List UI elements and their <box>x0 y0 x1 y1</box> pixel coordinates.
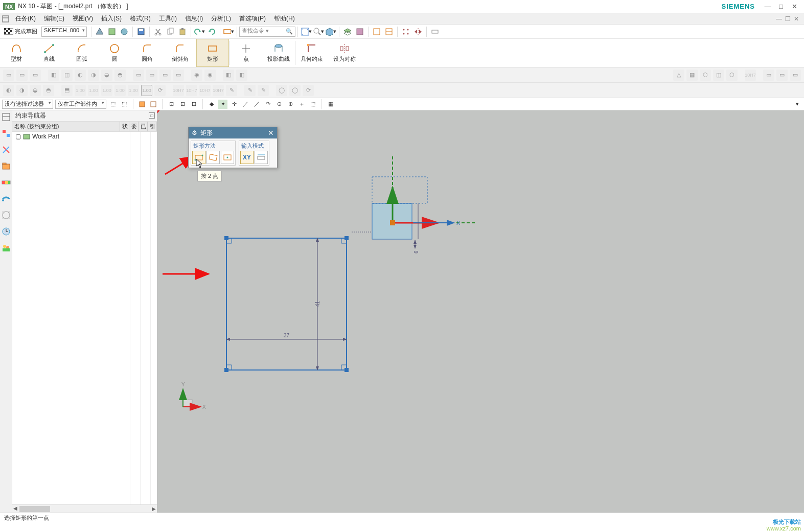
clip-button[interactable] <box>354 26 365 37</box>
svg-text:6: 6 <box>414 250 419 253</box>
ribbon-make-symmetric[interactable]: 设为对称 <box>328 39 361 67</box>
graphics-canvas[interactable]: ⚙ 矩形 ✕ 矩形方法 输入模式 XY <box>157 110 804 513</box>
undo-button[interactable]: ▾ <box>194 26 205 37</box>
svg-rect-99 <box>372 177 427 203</box>
menu-analyze[interactable]: 分析(L) <box>207 14 235 23</box>
menu-prefs[interactable]: 首选项(P) <box>235 14 270 23</box>
fit-view-button[interactable]: ▾ <box>301 26 312 37</box>
reattach-button[interactable] <box>106 26 118 37</box>
roles-icon[interactable] <box>2 243 11 252</box>
time-icon[interactable] <box>2 227 11 236</box>
snap-point-5[interactable]: ／ <box>252 100 261 109</box>
window-minimize-button[interactable]: — <box>761 2 774 11</box>
ribbon-line[interactable]: 直线 <box>33 39 65 67</box>
col-req[interactable]: 要 <box>129 122 139 131</box>
navigator-scrollbar[interactable]: ◀ ▶ <box>12 504 157 513</box>
internet-icon[interactable] <box>2 194 11 203</box>
snap-point-2[interactable]: ✦ <box>218 100 227 109</box>
menu-info[interactable]: 信息(I) <box>181 14 207 23</box>
col-name[interactable]: 名称 (按约束分组) <box>12 122 120 131</box>
sketch-name-dropdown[interactable]: SKETCH_000 <box>41 27 87 37</box>
grid-button[interactable]: ▦ <box>326 100 335 109</box>
reuse-library-icon[interactable] <box>2 161 11 171</box>
menu-insert[interactable]: 插入(S) <box>97 14 126 23</box>
update-model-button[interactable] <box>119 26 130 37</box>
filter-btn-2[interactable]: ⬚ <box>120 100 129 109</box>
zoom-button[interactable]: ▾ <box>313 26 324 37</box>
options-dropdown[interactable]: ▾ <box>793 100 802 109</box>
save-button[interactable] <box>135 26 147 37</box>
snap-point-9[interactable]: ＋ <box>297 100 306 109</box>
svg-rect-53 <box>307 44 309 46</box>
cut-button[interactable] <box>152 26 164 37</box>
layer-button[interactable] <box>342 26 353 37</box>
edit-section-button[interactable] <box>371 26 382 37</box>
menu-help[interactable]: 帮助(H) <box>270 14 299 23</box>
mdi-restore-button[interactable]: ❐ <box>785 15 794 22</box>
navigator-toggle-icon[interactable] <box>2 15 9 22</box>
ribbon-geometric-constraint[interactable]: 几何约束 <box>295 39 328 67</box>
svg-text:41: 41 <box>315 300 320 307</box>
command-search-input[interactable]: 查找命令 🔍▾ <box>239 27 295 37</box>
snap-btn-1[interactable] <box>137 100 147 109</box>
selection-filter-dropdown[interactable]: 没有选择过滤器 <box>2 100 53 109</box>
ribbon-arc[interactable]: 圆弧 <box>65 39 98 67</box>
svg-text:X: X <box>456 220 461 226</box>
ribbon-point[interactable]: 点 <box>229 39 262 67</box>
constraint-navigator-icon[interactable] <box>2 145 11 154</box>
ribbon-profile[interactable]: 型材 <box>0 39 33 67</box>
snap-btn-2[interactable] <box>149 100 158 109</box>
redo-button[interactable] <box>206 26 217 37</box>
window-maximize-button[interactable]: □ <box>774 2 788 11</box>
navigator-header: 名称 (按约束分组) 状 要 已 引 <box>12 122 157 132</box>
snap-point-4[interactable]: ／ <box>241 100 250 109</box>
finish-sketch-button[interactable]: 完成草图 <box>2 28 39 35</box>
status-bar: 选择矩形的第一点 极光下载站 www.xz7.com <box>0 513 804 523</box>
paste-button[interactable] <box>177 26 188 37</box>
sketch-rectangle[interactable] <box>226 238 347 370</box>
ribbon-fillet[interactable]: 圆角 <box>131 39 164 67</box>
snap-point-3[interactable]: ✛ <box>229 100 239 109</box>
col-done[interactable]: 已 <box>139 122 148 131</box>
mirror-button[interactable] <box>412 26 424 37</box>
col-status[interactable]: 状 <box>120 122 129 131</box>
ribbon-project-curve[interactable]: 投影曲线 <box>262 39 295 67</box>
svg-marker-39 <box>419 30 422 34</box>
hd3d-icon[interactable] <box>2 178 11 187</box>
part-navigator-icon[interactable] <box>2 112 11 122</box>
collapse-icon[interactable]: ▢ <box>15 133 21 140</box>
col-ref[interactable]: 引 <box>148 122 157 131</box>
shaded-button[interactable]: ▾ <box>325 26 336 37</box>
snap-point-6[interactable]: ↷ <box>263 100 272 109</box>
more-button-1[interactable] <box>383 26 395 37</box>
svg-point-34 <box>407 29 409 30</box>
ribbon-circle[interactable]: 圆 <box>98 39 131 67</box>
menu-task[interactable]: 任务(K) <box>11 14 40 23</box>
svg-rect-13 <box>139 29 143 31</box>
snap-point-10[interactable]: ⬚ <box>308 100 317 109</box>
assembly-navigator-icon[interactable] <box>2 129 11 138</box>
mdi-close-button[interactable]: ✕ <box>794 15 802 22</box>
history-icon[interactable] <box>2 211 11 220</box>
menu-view[interactable]: 视图(V) <box>68 14 97 23</box>
filter-btn-1[interactable]: ⬚ <box>108 100 118 109</box>
copy-button[interactable] <box>165 26 176 37</box>
navigator-tree[interactable]: ▢ Work Part <box>12 132 157 504</box>
extra-button[interactable] <box>429 26 441 37</box>
ribbon-rectangle[interactable]: 矩形 <box>196 39 229 67</box>
window-close-button[interactable]: ✕ <box>788 2 801 11</box>
mdi-minimize-button[interactable]: — <box>776 15 785 22</box>
snap-point-1[interactable]: ◆ <box>207 100 216 109</box>
navigator-pin-button[interactable]: □ <box>149 112 155 119</box>
rectangle-tool-small-button[interactable]: ▾ <box>223 26 234 37</box>
orient-view-button[interactable] <box>94 26 105 37</box>
tree-root-row[interactable]: ▢ Work Part <box>12 132 157 141</box>
menu-edit[interactable]: 编辑(E) <box>40 14 68 23</box>
snap-point-7[interactable]: ⊙ <box>274 100 284 109</box>
snap-point-8[interactable]: ⊕ <box>286 100 295 109</box>
pattern-button[interactable] <box>400 26 411 37</box>
selection-scope-dropdown[interactable]: 仅在工作部件内 <box>55 100 106 109</box>
ribbon-chamfer[interactable]: 倒斜角 <box>164 39 196 67</box>
menu-tools[interactable]: 工具(I) <box>155 14 181 23</box>
menu-format[interactable]: 格式(R) <box>126 14 155 23</box>
